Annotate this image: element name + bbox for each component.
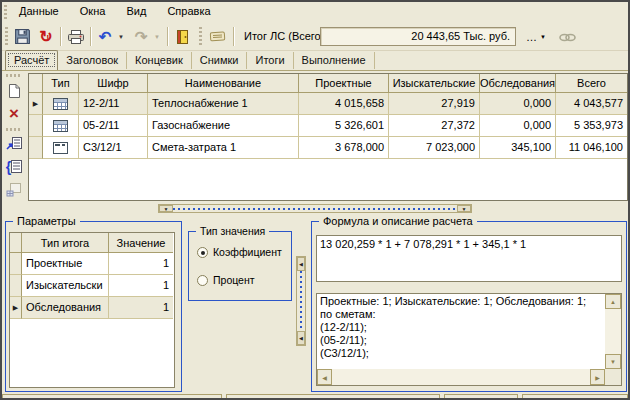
recalculate-button[interactable]: ↻! [35,26,57,47]
collapse-left-button[interactable]: ◀ [297,331,305,345]
cell-survey[interactable]: 27,919 [389,93,480,115]
cell-name[interactable]: Теплоснабжение 1 [148,93,299,115]
vertical-splitter[interactable]: ◀ ◀ [296,256,306,346]
cell-survey[interactable]: 7 023,000 [389,137,480,159]
tab-totals[interactable]: Итоги [247,52,293,69]
description-box[interactable]: Проектные: 1; Изыскательские: 1; Обследо… [316,293,622,386]
scroll-left-button[interactable]: ◀ [317,369,332,385]
row-selector-cell[interactable] [10,253,22,275]
save-button[interactable] [11,26,33,47]
cell-name[interactable]: Газоснабжение [148,115,299,137]
row-selector-cell[interactable]: ▶ [29,93,43,115]
cell-design[interactable]: 4 015,658 [299,93,389,115]
radio-coefficient[interactable]: Коэффициент [197,246,282,258]
menu-item-data[interactable]: Данные [10,2,68,21]
cell-total[interactable]: 5 353,973 [556,115,627,137]
menu-item-view[interactable]: Вид [117,2,155,21]
col-design[interactable]: Проектные [299,74,389,93]
cell-inspection[interactable]: 0,000 [480,115,556,137]
add-item-button[interactable] [3,80,25,101]
cell-design[interactable]: 3 678,000 [299,137,389,159]
menu-item-help[interactable]: Справка [158,2,219,21]
grid-button[interactable] [3,179,25,200]
cell-value[interactable]: 1 [109,253,173,275]
tab-snapshots[interactable]: Снимки [192,52,248,69]
cell-total-type[interactable]: Обследования [22,297,109,319]
tab-footer[interactable]: Концевик [127,52,192,69]
cell-code[interactable]: 12-2/11 [79,93,148,115]
redo-dropdown-button[interactable]: ▼ [151,26,163,47]
menu-item-windows[interactable]: Окна [71,2,115,21]
params-row[interactable]: ▶ Обследования 1 [10,297,174,319]
scroll-up-button[interactable]: ▲ [605,294,621,309]
col-total[interactable]: Всего [556,74,627,93]
cell-code[interactable]: 05-2/11 [79,115,148,137]
col-type[interactable]: Тип [43,74,79,93]
scrollbar-track[interactable] [605,309,621,354]
cell-type[interactable] [43,115,79,137]
delete-button[interactable]: × [3,103,25,124]
cell-total-type[interactable]: Проектные [22,253,109,275]
cell-total[interactable]: 4 043,577 [556,93,627,115]
radio-percent[interactable]: Процент [197,274,255,286]
col-value[interactable]: Значение [109,233,173,253]
tab-header[interactable]: Заголовок [58,52,127,69]
row-selector-cell[interactable] [29,115,43,137]
collapse-down-button[interactable]: ▼ [457,205,471,212]
cell-type[interactable] [43,137,79,159]
params-row[interactable]: Изыскательски 1 [10,275,174,297]
redo-icon: ↷ [135,28,148,46]
toolbar-grip[interactable] [199,27,202,46]
redo-button[interactable]: ↷ [131,26,151,47]
row-selector-cell[interactable] [10,275,22,297]
print-button[interactable] [65,26,87,47]
col-survey[interactable]: Изыскательские [389,74,480,93]
scroll-right-button[interactable]: ▶ [590,369,605,385]
table-row[interactable]: 05-2/11 Газоснабжение 5 326,601 27,372 0… [29,115,627,137]
formula-button[interactable]: { [3,156,25,177]
menu-grip[interactable] [4,5,7,20]
row-selector-cell[interactable] [29,137,43,159]
col-code[interactable]: Шифр [79,74,148,93]
collapse-down-button[interactable]: ▼ [159,205,173,212]
cell-value[interactable]: 1 [109,297,173,319]
row-selector-cell[interactable]: ▶ [10,297,22,319]
formula-input[interactable]: 13 020,259 * 1 + 7 078,291 * 1 + 345,1 *… [316,235,622,282]
cell-value[interactable]: 1 [109,275,173,297]
col-inspection[interactable]: Обследования [480,74,556,93]
side-toolbar-grip[interactable] [6,74,21,77]
col-total-type[interactable]: Тип итога [22,233,109,253]
move-item-button[interactable] [3,133,25,154]
total-field[interactable]: 20 443,65 Тыс. руб. [320,27,516,46]
cell-total-type[interactable]: Изыскательски [22,275,109,297]
cell-inspection[interactable]: 345,100 [480,137,556,159]
exit-button[interactable] [172,26,194,47]
cell-total[interactable]: 11 046,100 [556,137,627,159]
cell-inspection[interactable]: 0,000 [480,93,556,115]
tab-calculation[interactable]: Расчёт [5,50,58,70]
link-button[interactable] [556,27,578,48]
cell-code[interactable]: С3/12/1 [79,137,148,159]
table-row[interactable]: ▶ 12-2/11 Теплоснабжение 1 4 015,658 27,… [29,93,627,115]
side-toolbar-grip[interactable] [6,128,21,131]
vertical-scrollbar[interactable]: ▲ ▼ [605,294,621,369]
undo-dropdown-button[interactable]: ▼ [115,26,127,47]
params-row[interactable]: Проектные 1 [10,253,174,275]
cell-design[interactable]: 5 326,601 [299,115,389,137]
undo-button[interactable]: ↶ [95,26,115,47]
cell-name[interactable]: Смета-затрата 1 [148,137,299,159]
cell-survey[interactable]: 27,372 [389,115,480,137]
more-button[interactable]: … ▼ [520,27,552,46]
horizontal-scrollbar[interactable]: ◀ ▶ [317,369,605,385]
collapse-left-button[interactable]: ◀ [297,257,305,271]
toolbar-grip[interactable] [5,27,8,46]
grid-icon [6,182,22,197]
table-row[interactable]: С3/12/1 Смета-затрата 1 3 678,000 7 023,… [29,137,627,159]
horizontal-splitter[interactable]: ▼ ▼ [158,204,472,213]
tab-execution[interactable]: Выполнение [294,52,375,69]
cell-type[interactable] [43,93,79,115]
scrollbar-track[interactable] [332,369,590,385]
scroll-down-button[interactable]: ▼ [605,354,621,369]
notes-button[interactable] [206,26,228,47]
col-name[interactable]: Наименование [148,74,299,93]
